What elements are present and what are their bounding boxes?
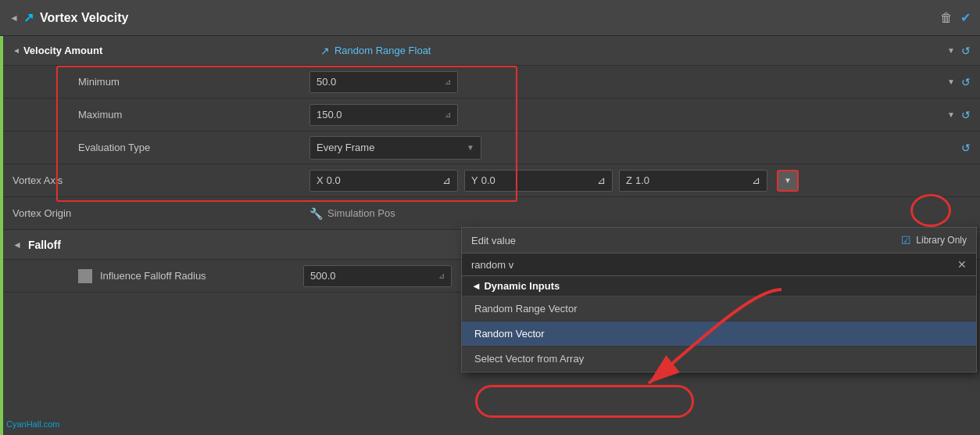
- popup-item-2[interactable]: Select Vector from Array: [462, 347, 976, 372]
- minimum-row: Minimum 50.0 ⊿ ▼ ↺: [0, 66, 980, 99]
- minimum-reset-icon[interactable]: ↺: [961, 76, 971, 88]
- edit-value-popup: Edit value ☑ Library Only random v ✕ ◄ D…: [461, 227, 977, 372]
- x-value: 0.0: [327, 174, 442, 186]
- maximum-dropdown-icon[interactable]: ▼: [947, 110, 955, 119]
- library-only-label: Library Only: [916, 235, 967, 246]
- popup-item-1[interactable]: Random Vector: [462, 322, 976, 347]
- vortex-axis-label: Vortex Axis: [13, 174, 309, 186]
- maximum-label: Maximum: [78, 109, 309, 120]
- vortex-axis-row: Vortex Axis X 0.0 ⊿ Y 0.0 ⊿ Z 1.0 ⊿ ▼: [0, 164, 980, 197]
- green-accent-bar: [0, 36, 3, 435]
- random-range-text: Random Range Float: [334, 45, 431, 56]
- wrench-icon: 🔧: [309, 207, 323, 220]
- popup-item-1-label: Random Vector: [474, 328, 545, 340]
- module-title: Vortex Velocity: [40, 11, 940, 25]
- vortex-icon: ↗: [23, 10, 34, 25]
- evaluation-type-reset-icon[interactable]: ↺: [961, 142, 971, 154]
- maximum-input[interactable]: 150.0 ⊿: [309, 104, 458, 126]
- x-label: X: [317, 174, 324, 186]
- evaluation-type-arrow-icon: ▼: [467, 143, 474, 152]
- evaluation-type-actions: ↺: [961, 142, 971, 154]
- vortex-origin-row: Vortex Origin 🔧 Simulation Pos: [0, 197, 980, 230]
- popup-item-2-label: Select Vector from Array: [474, 353, 584, 365]
- dynamic-inputs-text: Dynamic Inputs: [484, 280, 560, 292]
- falloff-radius-value: 500.0: [310, 270, 336, 282]
- module-header: ◄ ↗ Vortex Velocity 🗑 ✔: [0, 0, 980, 36]
- y-resize-icon: ⊿: [597, 174, 606, 186]
- minimum-actions: ▼ ↺: [947, 76, 971, 88]
- dynamic-inputs-section: ◄ Dynamic Inputs: [462, 276, 976, 297]
- minimum-label: Minimum: [78, 76, 309, 88]
- evaluation-type-label: Evaluation Type: [78, 142, 309, 153]
- library-only-checkbox[interactable]: ☑: [901, 234, 911, 246]
- falloff-radius-label: Influence Falloff Radius: [100, 270, 303, 282]
- falloff-radius-icon: [78, 269, 92, 283]
- search-input[interactable]: random v: [471, 259, 951, 271]
- axis-inputs: X 0.0 ⊿ Y 0.0 ⊿ Z 1.0 ⊿: [309, 170, 767, 192]
- popup-item-0[interactable]: Random Range Vector: [462, 297, 976, 322]
- vortex-origin-value: 🔧 Simulation Pos: [309, 207, 971, 220]
- y-label: Y: [471, 174, 478, 186]
- minimum-resize-icon: ⊿: [445, 77, 451, 86]
- vortex-origin-label: Vortex Origin: [13, 207, 309, 219]
- x-axis-input[interactable]: X 0.0 ⊿: [309, 170, 458, 192]
- z-value: 1.0: [635, 174, 752, 186]
- collapse-icon[interactable]: ◄: [9, 13, 19, 23]
- vortex-axis-expand-button[interactable]: ▼: [777, 170, 799, 192]
- y-value: 0.0: [481, 174, 597, 186]
- falloff-radius-resize-icon: ⊿: [438, 271, 445, 280]
- minimum-dropdown-icon[interactable]: ▼: [947, 77, 955, 86]
- y-axis-input[interactable]: Y 0.0 ⊿: [464, 170, 613, 192]
- random-range-label: ↗ Random Range Float: [320, 45, 431, 57]
- maximum-row: Maximum 150.0 ⊿ ▼ ↺: [0, 99, 980, 131]
- vortex-axis-actions: ▼: [777, 170, 799, 192]
- velocity-amount-row: ◄ Velocity Amount ↗ Random Range Float ▼…: [0, 36, 980, 66]
- watermark: CyanHall.com: [6, 419, 59, 429]
- delete-icon[interactable]: 🗑: [940, 11, 953, 25]
- evaluation-type-dropdown[interactable]: Every Frame ▼: [309, 136, 481, 160]
- library-only-control: ☑ Library Only: [901, 234, 967, 246]
- falloff-title: Falloff: [28, 239, 61, 251]
- popup-item-0-label: Random Range Vector: [474, 303, 578, 315]
- minimum-value: 50.0: [317, 76, 336, 88]
- maximum-value: 150.0: [317, 109, 342, 120]
- z-axis-input[interactable]: Z 1.0 ⊿: [619, 170, 767, 192]
- dynamic-inputs-label: ◄: [471, 280, 484, 292]
- z-label: Z: [626, 174, 632, 186]
- evaluation-type-value: Every Frame: [317, 142, 374, 153]
- main-panel: ◄ ↗ Vortex Velocity 🗑 ✔ ◄ Velocity Amoun…: [0, 0, 980, 435]
- random-range-icon: ↗: [320, 45, 330, 57]
- maximum-actions: ▼ ↺: [947, 109, 971, 121]
- velocity-amount-actions: ▼ ↺: [947, 45, 971, 57]
- x-resize-icon: ⊿: [442, 174, 451, 186]
- search-clear-icon[interactable]: ✕: [957, 258, 967, 271]
- popup-title: Edit value: [471, 235, 516, 246]
- minimum-input[interactable]: 50.0 ⊿: [309, 71, 458, 93]
- random-vector-circle: [475, 385, 694, 418]
- velocity-amount-label: Velocity Amount: [23, 45, 320, 56]
- velocity-amount-dropdown-icon[interactable]: ▼: [947, 46, 955, 55]
- maximum-resize-icon: ⊿: [445, 110, 451, 119]
- popup-search-bar: random v ✕: [462, 253, 976, 276]
- enable-toggle-icon[interactable]: ✔: [960, 10, 971, 25]
- z-resize-icon: ⊿: [752, 174, 760, 186]
- header-actions: 🗑 ✔: [940, 10, 971, 25]
- falloff-radius-input[interactable]: 500.0 ⊿: [303, 265, 452, 287]
- vortex-origin-text: Simulation Pos: [327, 207, 395, 219]
- velocity-collapse-icon[interactable]: ◄: [13, 46, 20, 55]
- maximum-reset-icon[interactable]: ↺: [961, 109, 971, 121]
- evaluation-type-row: Evaluation Type Every Frame ▼ ↺: [0, 131, 980, 164]
- velocity-amount-reset-icon[interactable]: ↺: [961, 45, 971, 57]
- popup-header: Edit value ☑ Library Only: [462, 228, 976, 253]
- falloff-collapse-icon[interactable]: ◄: [13, 239, 22, 250]
